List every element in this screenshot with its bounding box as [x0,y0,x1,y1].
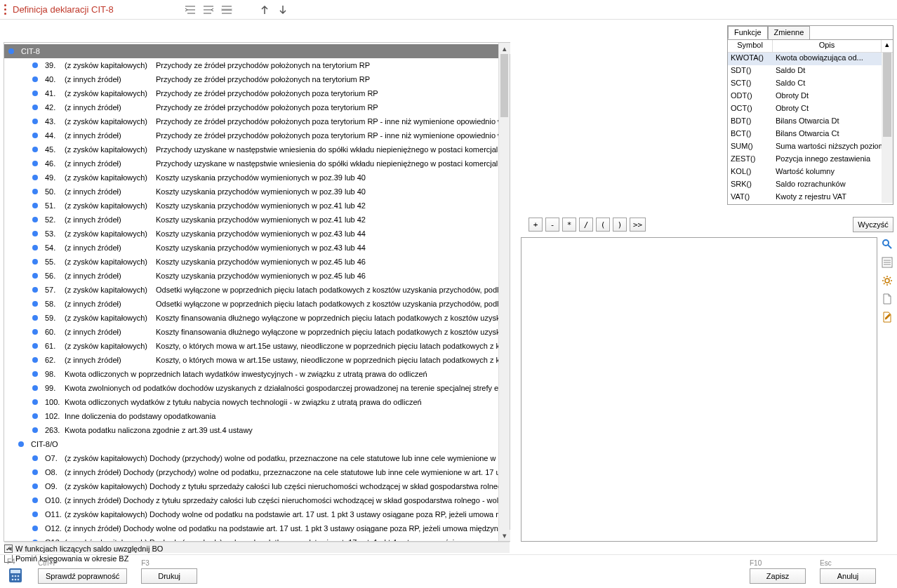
function-row[interactable]: KWOTA()Kwota obowiązująca od... [728,53,893,65]
function-row[interactable]: BDT()Bilans Otwarcia Dt [728,116,893,128]
col-header-opis[interactable]: Opis [773,40,882,52]
function-row[interactable]: OCT()Obroty Ct [728,103,893,116]
tree-row[interactable]: 43.(z zysków kapitałowych)Przychody ze ź… [4,114,510,128]
tree-row[interactable]: 62.(z innych źródeł)Koszty, o których mo… [4,353,510,367]
tree-row[interactable]: 40.(z innych źródeł)Przychody ze źródeł … [4,72,510,86]
tree-row[interactable]: 41.(z zysków kapitałowych)Przychody ze ź… [4,86,510,100]
rtable-scrollbar[interactable] [882,53,893,203]
tree-row[interactable]: 102.Inne doliczenia do podstawy opodatko… [4,409,510,423]
tree-row[interactable]: 50.(z innych źródeł)Koszty uzyskania prz… [4,185,510,199]
op-lparen-button[interactable]: ( [596,218,610,232]
row-text: Koszty finansowania dłużnego wyłączone w… [156,314,510,322]
tree-root-cit8[interactable]: CIT-8 [4,44,510,58]
scroll-up-small-icon[interactable]: ▴ [882,40,893,52]
op-div-button[interactable]: / [579,218,593,232]
checkbox-include-bo[interactable]: ✓ [4,544,13,553]
tree-row[interactable]: 51.(z zysków kapitałowych)Koszty uzyskan… [4,199,510,213]
search-icon[interactable] [880,237,894,251]
clear-button[interactable]: Wyczyść [853,217,893,232]
tree-row[interactable]: 45.(z zysków kapitałowych)Przychody uzys… [4,142,510,156]
scroll-thumb[interactable] [500,54,508,117]
tree-row[interactable]: 61.(z zysków kapitałowych)Koszty, o któr… [4,339,510,353]
svg-point-1 [883,240,889,246]
tree-node-label: CIT-8/O [31,440,58,448]
tree-row[interactable]: O8.(z innych źródeł) Dochody (przychody)… [4,465,510,479]
formula-editor[interactable] [521,237,877,542]
function-row[interactable]: BCT()Bilans Otwarcia Ct [728,128,893,141]
function-symbol: BCT() [728,128,773,141]
tree-row[interactable]: 55.(z zysków kapitałowych)Koszty uzyskan… [4,255,510,269]
tree-row[interactable]: 60.(z innych źródeł)Koszty finansowania … [4,325,510,339]
scroll-up-icon[interactable]: ▴ [499,43,510,54]
tree-scrollbar-vertical[interactable]: ▴ ▾ [498,43,510,541]
row-number: 44. [45,131,65,140]
tree-row[interactable]: O9.(z zysków kapitałowych) Dochody z tyt… [4,479,510,493]
hotkey-f3: F3 [141,559,197,567]
edit-icon[interactable] [880,310,894,324]
row-text: Koszty uzyskania przychodów wymienionych… [156,215,366,224]
document-icon[interactable] [880,292,894,306]
tree-row[interactable]: 49.(z zysków kapitałowych)Koszty uzyskan… [4,171,510,185]
tree-row[interactable]: 53.(z zysków kapitałowych)Koszty uzyskan… [4,227,510,241]
check-button[interactable]: Sprawdź poprawność [38,568,127,584]
row-source: (z zysków kapitałowych) [65,145,156,154]
function-row[interactable]: KOL()Wartość kolumny [728,166,893,179]
expand-all-icon[interactable] [184,4,197,16]
tree-row[interactable]: O10.(z innych źródeł) Dochody z tytułu s… [4,493,510,507]
tree-row[interactable]: 58.(z innych źródeł)Odsetki wyłączone w … [4,297,510,311]
op-rparen-button[interactable]: ) [613,218,627,232]
tree-row[interactable]: 54.(z innych źródeł)Koszty uzyskania prz… [4,241,510,255]
row-source: (z innych źródeł) [65,131,156,140]
tree-row[interactable]: 263.Kwota podatku naliczona zgodnie z ar… [4,423,510,437]
op-minus-button[interactable]: - [545,218,559,232]
scroll-down-icon[interactable]: ▾ [499,530,510,541]
tree-row[interactable]: 100.Kwota odliczonych wydatków z tytułu … [4,395,510,409]
tab-funkcje[interactable]: Funkcje [728,26,768,39]
row-source: (z zysków kapitałowych) [65,314,156,322]
function-row[interactable]: SCT()Saldo Ct [728,78,893,91]
arrow-up-icon[interactable] [258,4,271,16]
collapse-all-icon[interactable] [202,4,215,16]
calculator-icon[interactable] [7,567,24,584]
tree-node-cit8o[interactable]: CIT-8/O [4,437,510,451]
tree-row[interactable]: 52.(z innych źródeł)Koszty uzyskania prz… [4,213,510,227]
svg-rect-0 [221,8,232,11]
settings-gear-icon[interactable] [880,274,894,288]
tree-row[interactable]: 98.Kwota odliczonych w poprzednich latac… [4,367,510,381]
tree-row[interactable]: O11.(z zysków kapitałowych) Dochody woln… [4,507,510,521]
tree-row[interactable]: 39.(z zysków kapitałowych)Przychody ze ź… [4,58,510,72]
function-row[interactable]: ODT()Obroty Dt [728,91,893,103]
op-mul-button[interactable]: * [562,218,576,232]
function-row[interactable]: SUM()Suma wartości niższych poziomów [728,141,893,154]
row-text: Przychody ze źródeł przychodów położonyc… [156,131,510,140]
arrow-down-icon[interactable] [277,4,289,16]
function-row[interactable]: VAT()Kwoty z rejestru VAT [728,192,893,203]
function-symbol: KOL() [728,166,773,179]
function-symbol: VAT() [728,192,773,203]
tab-zmienne[interactable]: Zmienne [768,26,811,39]
row-text: Koszty uzyskania przychodów wymienionych… [156,272,366,280]
tree-row[interactable]: O7.(z zysków kapitałowych) Dochody (przy… [4,451,510,465]
tree-row[interactable]: 99.Kwota zwolnionych od podatków dochodó… [4,381,510,395]
tree-row[interactable]: 57.(z zysków kapitałowych)Odsetki wyłącz… [4,283,510,297]
tree-row[interactable]: 46.(z innych źródeł)Przychody uzyskane w… [4,156,510,171]
save-button[interactable]: Zapisz [750,568,806,584]
function-symbol: KWOTA() [728,53,773,65]
tree-row[interactable]: 42.(z innych źródeł)Przychody ze źródeł … [4,100,510,114]
function-row[interactable]: SDT()Saldo Dt [728,65,893,78]
cancel-button[interactable]: Anuluj [820,568,876,584]
tree-row[interactable]: O12.(z innych źródeł) Dochody wolne od p… [4,521,510,535]
select-line-icon[interactable] [220,4,233,16]
list-icon[interactable] [880,255,894,269]
col-header-symbol[interactable]: Symbol [728,40,773,52]
print-button[interactable]: Drukuj [141,568,197,584]
function-row[interactable]: ZEST()Pozycja innego zestawienia [728,154,893,166]
row-number: 55. [45,258,65,266]
op-plus-button[interactable]: + [529,218,543,232]
tree-row[interactable]: 59.(z zysków kapitałowych)Koszty finanso… [4,311,510,325]
tree-row[interactable]: O13.(z zysków kapitałowych) Dochody (prz… [4,535,510,541]
tree-row[interactable]: 56.(z innych źródeł)Koszty uzyskania prz… [4,269,510,283]
function-row[interactable]: SRK()Saldo rozrachunków [728,179,893,192]
op-more-button[interactable]: >> [630,218,646,232]
tree-row[interactable]: 44.(z innych źródeł)Przychody ze źródeł … [4,128,510,142]
